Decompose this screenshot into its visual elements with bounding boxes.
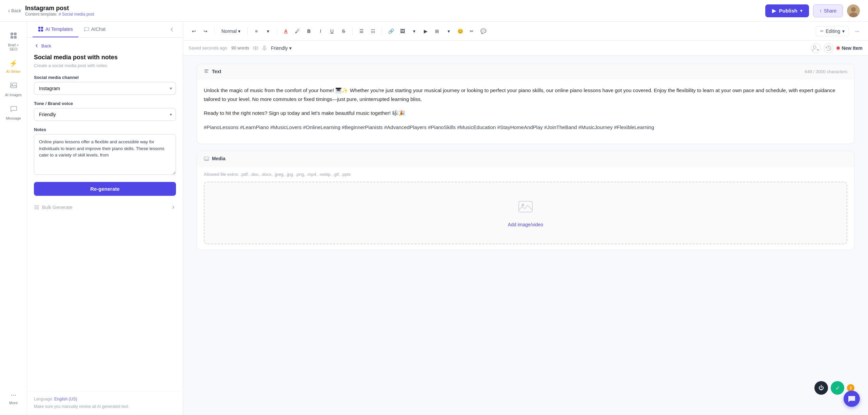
saved-status: Saved seconds ago <box>189 45 227 50</box>
ai-writer-label: AI Writer <box>6 69 21 74</box>
subtitle-prefix: Content template: <box>25 12 57 17</box>
tone-label: Tone / Brand voice <box>34 101 176 106</box>
share-icon: ↑ <box>820 8 822 14</box>
ai-templates-tab-icon <box>38 26 43 32</box>
sidebar-item-brief-seo[interactable]: Brief + SEO <box>2 28 25 55</box>
text-block-title: Text <box>212 69 221 74</box>
paragraph-2: Ready to hit the right notes? Sign up to… <box>204 109 847 118</box>
template-hash: # <box>59 12 61 17</box>
panel-sidebar: AI Templates AIChat Back Socia <box>27 22 183 415</box>
sidebar-item-ai-images[interactable]: AI Images <box>2 78 25 100</box>
svg-rect-14 <box>34 207 39 208</box>
history-icon[interactable] <box>824 43 834 53</box>
mic-icon[interactable] <box>261 45 268 51</box>
style-label: Normal <box>221 28 237 34</box>
notes-textarea[interactable]: Online piano lessons offer a flexible an… <box>34 134 176 175</box>
panel-collapse-button[interactable] <box>166 24 177 35</box>
sidebar-item-ai-writer[interactable]: ⚡ AI Writer <box>2 56 25 77</box>
message-label: Message <box>6 116 21 120</box>
tone-selector-button[interactable]: Friendly ▾ <box>268 44 295 52</box>
panel-back-button[interactable]: Back <box>34 43 176 48</box>
sidebar-item-more[interactable]: ··· More <box>2 388 25 408</box>
channel-select[interactable]: Instagram Facebook Twitter LinkedIn <box>34 82 176 95</box>
avatar[interactable] <box>847 4 860 17</box>
language-link[interactable]: English (US) <box>54 397 77 401</box>
strikethrough-button[interactable]: S <box>338 26 349 37</box>
topbar-subtitle: Content template: # Social media post <box>25 12 94 17</box>
redo-button[interactable]: ↪ <box>200 26 211 37</box>
align-chevron-button[interactable]: ▾ <box>262 26 273 37</box>
toolbar-insert: 🔗 🖼 ▾ ▶ ⊞ ▾ 😊 ✂ 💬 <box>386 26 489 37</box>
publish-chevron-icon: ▾ <box>800 8 802 13</box>
back-button[interactable]: ‹ Back <box>8 8 21 14</box>
more-options-button[interactable]: ··· <box>852 26 863 37</box>
topbar-title-group: Instagram post Content template: # Socia… <box>25 5 94 17</box>
panel-content: Back Social media post with notes Create… <box>27 38 183 391</box>
play-button[interactable]: ▶ <box>420 26 431 37</box>
eye-icon[interactable] <box>253 45 259 51</box>
media-block-icon <box>204 156 209 161</box>
toolbar-divider-3 <box>277 27 277 35</box>
chat-bubble-button[interactable] <box>844 391 860 407</box>
bulk-generate-arrow-icon <box>171 205 176 210</box>
comment-button[interactable]: 💬 <box>478 26 489 37</box>
tab-aichat[interactable]: AIChat <box>78 22 111 37</box>
editing-chevron-icon: ▾ <box>842 28 845 34</box>
editor-statusbar: Saved seconds ago 90 words Friendly ▾ <box>183 41 868 56</box>
image-chevron-button[interactable]: ▾ <box>409 26 419 37</box>
bulk-generate-section[interactable]: Bulk Generate <box>34 201 176 213</box>
editor-content: Text 649 / 3000 characters Unlock the ma… <box>183 56 868 415</box>
ai-writer-icon: ⚡ <box>9 59 18 67</box>
publish-label: Publish <box>779 8 797 14</box>
table-chevron-button[interactable]: ▾ <box>443 26 454 37</box>
text-block-icon <box>204 69 209 74</box>
channel-label: Social media channel <box>34 75 176 80</box>
emoji-button[interactable]: 😊 <box>455 26 466 37</box>
toolbar-divider-5 <box>382 27 382 35</box>
svg-rect-12 <box>41 29 43 32</box>
svg-rect-15 <box>34 208 39 209</box>
highlight-button[interactable]: 🖊 <box>292 26 303 37</box>
page-title: Instagram post <box>25 5 94 12</box>
underline-button[interactable]: U <box>327 26 337 37</box>
media-block-title: Media <box>212 156 225 161</box>
language-label: Language: <box>34 397 53 401</box>
tone-select[interactable]: Friendly Professional Casual Formal <box>34 108 176 121</box>
undo-button[interactable]: ↩ <box>189 26 199 37</box>
check-fab[interactable]: ✓ <box>831 381 844 395</box>
user-add-icon[interactable] <box>811 43 821 53</box>
tab-ai-templates[interactable]: AI Templates <box>33 22 78 37</box>
align-button[interactable]: ≡ <box>251 26 262 37</box>
image-button[interactable]: 🖼 <box>397 26 408 37</box>
publish-button[interactable]: ▶ Publish ▾ <box>765 4 809 17</box>
template-link[interactable]: # Social media post <box>59 12 94 17</box>
share-button[interactable]: ↑ Share <box>813 4 843 17</box>
bullet-list-button[interactable]: ☰ <box>356 26 367 37</box>
toolbar-lists: ☰ ☷ <box>356 26 378 37</box>
bold-button[interactable]: B <box>303 26 314 37</box>
regenerate-button[interactable]: Re-generate <box>34 182 176 196</box>
font-color-button[interactable]: A <box>280 26 291 37</box>
upload-area[interactable]: Add image/video <box>204 182 847 244</box>
numbered-list-button[interactable]: ☷ <box>368 26 378 37</box>
tone-field: Tone / Brand voice Friendly Professional… <box>34 101 176 121</box>
template-name: Social media post <box>62 12 94 17</box>
red-dot-indicator <box>836 46 840 50</box>
link-button[interactable]: 🔗 <box>386 26 396 37</box>
file-types: Allowed file extns: .pdf, .doc, .docx, .… <box>204 172 847 177</box>
editing-button[interactable]: ✏ Editing ▾ <box>816 26 849 36</box>
table-button[interactable]: ⊞ <box>432 26 442 37</box>
power-fab[interactable]: ⏻ <box>814 381 828 395</box>
sidebar-item-message[interactable]: Message <box>2 102 25 124</box>
svg-rect-5 <box>11 36 13 39</box>
tone-label: Friendly <box>271 45 288 51</box>
media-block-title-row: Media <box>204 156 225 161</box>
italic-button[interactable]: I <box>315 26 326 37</box>
word-count: 90 words <box>231 45 249 50</box>
text-content[interactable]: Unlock the magic of music from the comfo… <box>204 86 847 131</box>
statusbar-right: New Item <box>811 43 863 53</box>
svg-rect-11 <box>38 29 40 32</box>
cut-button[interactable]: ✂ <box>466 26 477 37</box>
panel-back-arrow-icon <box>34 43 39 48</box>
style-dropdown[interactable]: Normal ▾ <box>218 27 244 35</box>
